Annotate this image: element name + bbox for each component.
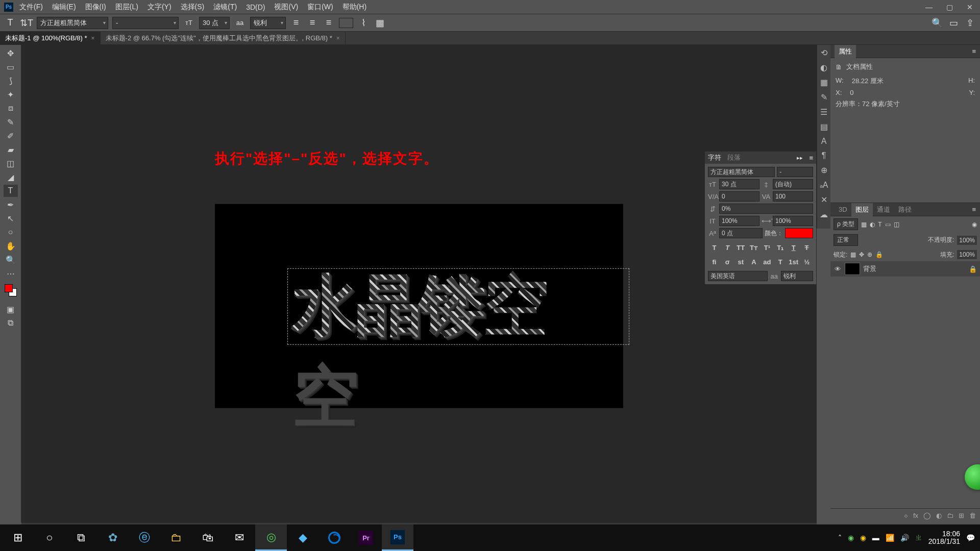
menu-file[interactable]: 文件(F)	[19, 3, 43, 12]
menu-help[interactable]: 帮助(H)	[342, 3, 366, 12]
tray-wifi-icon[interactable]: 📶	[886, 534, 894, 542]
tray-notifications-icon[interactable]: 💬	[966, 534, 975, 542]
panel-collapse-icon[interactable]: ▸▸	[797, 155, 803, 161]
filter-type-icon[interactable]: T	[878, 221, 881, 228]
align-left-icon[interactable]: ≡	[290, 17, 302, 29]
taskbar-ie[interactable]: ⓔ	[129, 524, 160, 551]
cloud-icon[interactable]: ☁	[820, 210, 828, 219]
pen-tool[interactable]: ✒	[4, 198, 18, 211]
font-style-dropdown[interactable]: -	[112, 17, 179, 29]
taskbar-edge[interactable]	[318, 524, 350, 551]
panel-menu-icon[interactable]: ≡	[809, 154, 813, 162]
antialiasing-dropdown[interactable]: 锐利	[250, 17, 286, 29]
font-family-dropdown[interactable]: 方正超粗黑简体	[37, 17, 108, 29]
visibility-icon[interactable]: 👁	[834, 265, 842, 273]
char-vshift-field[interactable]: 0%	[719, 204, 813, 214]
paragraph-icon[interactable]: ¶	[822, 151, 826, 160]
tray-icon-1[interactable]: ◉	[848, 534, 854, 542]
filter-toggle-icon[interactable]: ◉	[972, 221, 977, 228]
tab-channels[interactable]: 通道	[873, 203, 894, 216]
document-tab-2[interactable]: 未标题-2 @ 66.7% (勾选"连续"，使用魔棒工具选中黑色背景图层。, R…	[101, 32, 346, 45]
character-tab[interactable]: 字符	[708, 153, 721, 162]
menu-filter[interactable]: 滤镜(T)	[213, 3, 237, 12]
font-size-dropdown[interactable]: 30 点	[199, 17, 230, 29]
history-icon[interactable]: ⟲	[821, 48, 827, 58]
group-icon[interactable]: 🗀	[947, 512, 953, 519]
hand-tool[interactable]: ✋	[4, 240, 18, 252]
properties-tab[interactable]: 属性	[835, 45, 856, 58]
start-button[interactable]: ⊞	[2, 524, 34, 551]
character-panel[interactable]: 字符 段落 ▸▸ ≡ 方正超粗黑简体- тT30 点‡(自动) V/A0VA10…	[704, 151, 817, 285]
close-button[interactable]: ✕	[960, 0, 980, 14]
fx-icon[interactable]: fx	[913, 512, 918, 519]
char-font-dropdown[interactable]: 方正超粗黑简体	[708, 167, 775, 177]
menu-3d[interactable]: 3D(D)	[246, 3, 265, 11]
path-tool[interactable]: ↖	[4, 212, 18, 224]
marquee-tool[interactable]: ▭	[4, 61, 18, 73]
document-tab-1[interactable]: 未标题-1 @ 100%(RGB/8) *×	[0, 32, 101, 45]
type-tool-icon[interactable]: T	[4, 17, 16, 29]
char-language-dropdown[interactable]: 美国英语	[708, 271, 768, 281]
align-right-icon[interactable]: ≡	[323, 17, 335, 29]
more-tools[interactable]: ⋯	[4, 267, 18, 280]
char-aa-dropdown[interactable]: 锐利	[781, 271, 813, 281]
filter-adjust-icon[interactable]: ◐	[870, 221, 875, 228]
wand-tool[interactable]: ✦	[4, 88, 18, 101]
foreground-background-colors[interactable]	[5, 284, 17, 296]
tray-battery-icon[interactable]: ▬	[872, 534, 879, 542]
layer-row-background[interactable]: 👁 背景 🔒	[830, 261, 980, 277]
taskview-button[interactable]: ⧉	[65, 524, 97, 551]
a-icon[interactable]: ₐA	[820, 180, 828, 190]
zoom-tool[interactable]: 🔍	[4, 254, 18, 266]
superscript-button[interactable]: T¹	[761, 242, 774, 253]
char-style-dropdown[interactable]: -	[777, 167, 813, 177]
tray-icon-2[interactable]: ◉	[860, 534, 866, 542]
tab-layers[interactable]: 图层	[851, 203, 873, 216]
share-icon[interactable]: ⇪	[964, 17, 976, 29]
brushes-icon[interactable]: ✎	[821, 92, 827, 102]
tray-ime-icon[interactable]: ㄓ	[915, 533, 922, 542]
menu-image[interactable]: 图像(I)	[85, 3, 106, 12]
filter-pixel-icon[interactable]: ▦	[861, 221, 867, 228]
link-icon[interactable]: ⟐	[904, 512, 908, 519]
align-center-icon[interactable]: ≡	[306, 17, 318, 29]
new-layer-icon[interactable]: ⊞	[959, 512, 964, 519]
eyedropper-tool[interactable]: ✎	[4, 116, 18, 128]
allcaps-button[interactable]: TT	[734, 242, 747, 253]
quick-mask-icon[interactable]: ▣	[4, 303, 18, 315]
move-tool[interactable]: ✥	[4, 47, 18, 59]
shape-tool[interactable]: ○	[4, 226, 18, 238]
menu-window[interactable]: 窗口(W)	[307, 3, 333, 12]
text-orientation-icon[interactable]: ⇅T	[20, 17, 33, 29]
cortana-button[interactable]: ○	[34, 524, 65, 551]
layer-name[interactable]: 背景	[863, 264, 876, 273]
lock-artboard-icon[interactable]: ⊕	[867, 251, 872, 258]
tab-paths[interactable]: 路径	[894, 203, 916, 216]
taskbar-premiere[interactable]: Pr	[350, 524, 382, 551]
underline-button[interactable]: T	[787, 242, 800, 253]
mask-icon[interactable]: ◯	[923, 512, 931, 519]
tools-icon[interactable]: ✕	[821, 195, 827, 205]
lock-pixels-icon[interactable]: ▦	[850, 251, 856, 258]
strike-button[interactable]: T	[800, 242, 813, 253]
taskbar-app-green[interactable]: ◎	[255, 524, 287, 551]
blend-mode-dropdown[interactable]: 正常	[834, 234, 858, 246]
char-vscale-field[interactable]: 100%	[719, 216, 760, 226]
search-icon[interactable]: 🔍	[931, 17, 943, 29]
italic-button[interactable]: T	[721, 242, 734, 253]
char-hscale-field[interactable]: 100%	[773, 216, 813, 226]
lock-position-icon[interactable]: ✥	[859, 251, 864, 258]
menu-view[interactable]: 视图(V)	[274, 3, 298, 12]
gradient-tool[interactable]: ◢	[4, 171, 18, 183]
adjustment-icon[interactable]: ◐	[936, 512, 942, 519]
panels-icon[interactable]: ▦	[374, 17, 386, 29]
filter-kind-dropdown[interactable]: ρ 类型	[834, 218, 858, 230]
taskbar-store[interactable]: 🛍	[192, 524, 224, 551]
document-canvas[interactable]: 水晶镂空 水晶镂空 水晶镂空 水晶镂空	[215, 204, 623, 408]
menu-layer[interactable]: 图层(L)	[115, 3, 138, 12]
char-size-field[interactable]: 30 点	[719, 179, 760, 189]
fill-value[interactable]: 100%	[957, 250, 977, 259]
tray-chevron-icon[interactable]: ˄	[838, 534, 842, 542]
taskbar-photoshop[interactable]: Ps	[382, 524, 413, 551]
filter-shape-icon[interactable]: ▭	[885, 221, 891, 228]
